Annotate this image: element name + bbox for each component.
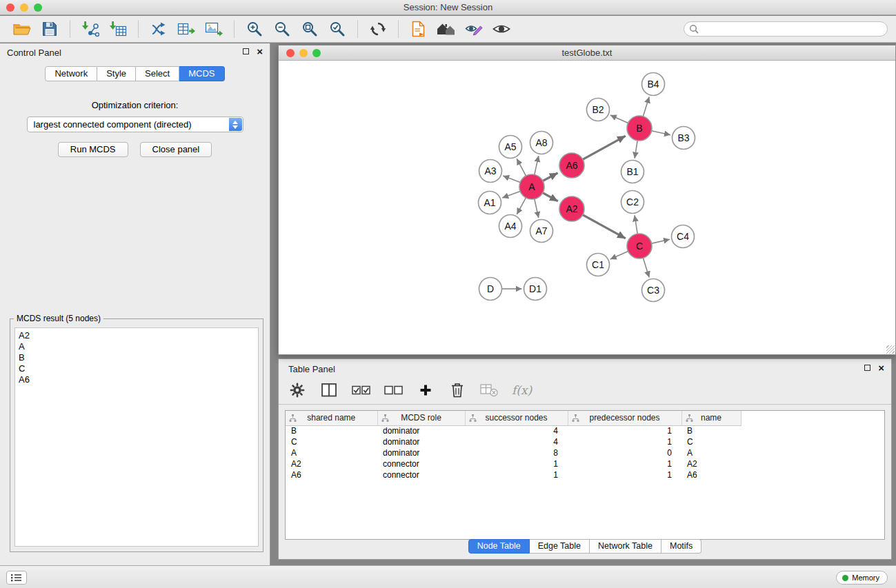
network-minimize-button[interactable] <box>299 49 308 57</box>
column-header-successor-nodes[interactable]: successor nodes <box>465 411 568 425</box>
edge-A-A6[interactable] <box>543 173 558 181</box>
table-row[interactable]: A6connector11A6 <box>286 469 884 480</box>
tab-node-table[interactable]: Node Table <box>468 539 530 554</box>
network-zoom-button[interactable] <box>312 49 321 57</box>
window-resize-grip[interactable] <box>886 345 895 354</box>
result-item[interactable]: A6 <box>19 374 255 385</box>
table-cell[interactable]: A6 <box>681 469 741 480</box>
table-cell[interactable]: 1 <box>568 458 681 469</box>
edge-A-A3[interactable] <box>503 176 520 183</box>
table-cell[interactable]: A2 <box>681 458 741 469</box>
result-item[interactable]: A <box>19 341 255 352</box>
network-graph[interactable]: B4B2BB3A8A5A6A3B1AA1C2A2A4A7C4CC1C3DD1 <box>279 61 895 354</box>
tab-network-table[interactable]: Network Table <box>590 539 661 554</box>
table-cell[interactable]: 8 <box>465 447 568 458</box>
column-header-predecessor-nodes[interactable]: predecessor nodes <box>568 411 681 425</box>
zoom-selected-button[interactable] <box>326 18 349 40</box>
zoom-in-button[interactable] <box>243 18 266 40</box>
table-cell[interactable]: 1 <box>465 469 568 480</box>
table-settings-button[interactable] <box>288 379 306 401</box>
node-B3[interactable]: B3 <box>673 127 695 150</box>
memory-button[interactable]: Memory <box>836 571 888 585</box>
node-A8[interactable]: A8 <box>530 132 553 154</box>
node-C2[interactable]: C2 <box>621 191 644 214</box>
graphics-details-button[interactable] <box>462 18 486 40</box>
edge-A6-B[interactable] <box>583 136 626 159</box>
zoom-out-button[interactable] <box>270 18 294 40</box>
edge-B-B1[interactable] <box>635 141 637 159</box>
edge-A-A8[interactable] <box>535 156 539 174</box>
node-D[interactable]: D <box>479 278 502 301</box>
network-close-button[interactable] <box>286 49 295 57</box>
node-A5[interactable]: A5 <box>499 136 522 159</box>
node-B1[interactable]: B1 <box>621 161 644 183</box>
table-cell[interactable]: 1 <box>568 425 681 436</box>
result-item[interactable]: A2 <box>19 330 255 341</box>
table-cell[interactable]: A2 <box>286 458 377 469</box>
edge-C-C2[interactable] <box>635 215 637 234</box>
open-session-button[interactable] <box>10 18 34 40</box>
edge-B-B2[interactable] <box>610 115 628 123</box>
table-cell[interactable]: dominator <box>377 425 465 436</box>
table-row[interactable]: Bdominator41B <box>286 425 884 436</box>
tab-network[interactable]: Network <box>45 66 97 81</box>
close-panel-icon[interactable]: × <box>257 48 263 55</box>
table-row[interactable]: Adominator80A <box>286 447 884 458</box>
delete-column-button[interactable] <box>448 379 466 401</box>
run-mcds-button[interactable]: Run MCDS <box>58 142 128 157</box>
node-A7[interactable]: A7 <box>530 220 553 243</box>
deselect-all-button[interactable] <box>384 379 403 401</box>
tab-motifs[interactable]: Motifs <box>661 539 701 554</box>
table-cell[interactable]: 4 <box>465 436 568 447</box>
table-cell[interactable]: C <box>681 436 741 447</box>
edge-A-A4[interactable] <box>517 198 526 214</box>
node-B[interactable]: B <box>627 116 652 141</box>
edge-C-C1[interactable] <box>610 251 628 259</box>
edge-C-C3[interactable] <box>643 258 649 277</box>
edge-C-C4[interactable] <box>652 239 670 243</box>
save-session-button[interactable] <box>38 18 61 40</box>
table-row[interactable]: Cdominator41C <box>286 436 884 447</box>
session-document-button[interactable] <box>407 18 430 40</box>
edge-A-A2[interactable] <box>543 193 558 201</box>
home-button[interactable] <box>435 18 458 40</box>
node-A4[interactable]: A4 <box>499 215 522 238</box>
table-cell[interactable]: dominator <box>377 447 465 458</box>
network-canvas[interactable]: B4B2BB3A8A5A6A3B1AA1C2A2A4A7C4CC1C3DD1 <box>279 61 895 354</box>
close-panel-button[interactable]: Close panel <box>140 142 212 157</box>
result-item[interactable]: C <box>19 363 255 374</box>
node-B2[interactable]: B2 <box>587 99 610 121</box>
column-header-MCDS-role[interactable]: MCDS role <box>377 411 465 425</box>
import-network-button[interactable] <box>79 18 102 40</box>
zoom-fit-button[interactable] <box>298 18 321 40</box>
table-cell[interactable]: A6 <box>286 469 377 480</box>
node-D1[interactable]: D1 <box>524 278 547 301</box>
node-A3[interactable]: A3 <box>479 160 502 183</box>
node-B4[interactable]: B4 <box>642 73 665 96</box>
create-column-button[interactable] <box>417 379 435 401</box>
node-A1[interactable]: A1 <box>479 192 501 214</box>
node-C[interactable]: C <box>627 234 652 258</box>
tab-style[interactable]: Style <box>97 66 136 81</box>
edge-A-A1[interactable] <box>502 191 520 198</box>
table-cell[interactable]: connector <box>377 469 465 480</box>
table-cell[interactable]: 0 <box>568 447 681 458</box>
edge-A-A5[interactable] <box>517 159 526 176</box>
node-C4[interactable]: C4 <box>672 225 695 248</box>
result-item[interactable]: B <box>19 352 255 363</box>
tab-mcds[interactable]: MCDS <box>179 66 224 81</box>
search-input[interactable] <box>684 21 888 37</box>
table-row[interactable]: A2connector11A2 <box>286 458 884 469</box>
tab-edge-table[interactable]: Edge Table <box>530 539 590 554</box>
node-A2[interactable]: A2 <box>559 196 584 221</box>
edge-B-B3[interactable] <box>652 131 670 135</box>
column-header-shared-name[interactable]: shared name <box>286 411 377 425</box>
select-all-button[interactable] <box>352 379 370 401</box>
show-columns-button[interactable] <box>320 379 338 401</box>
edge-B-B4[interactable] <box>643 97 649 116</box>
tab-select[interactable]: Select <box>136 66 179 81</box>
table-cell[interactable]: 1 <box>465 458 568 469</box>
task-history-button[interactable] <box>6 571 27 585</box>
delete-table-button[interactable] <box>480 379 498 401</box>
table-cell[interactable]: B <box>286 425 377 436</box>
